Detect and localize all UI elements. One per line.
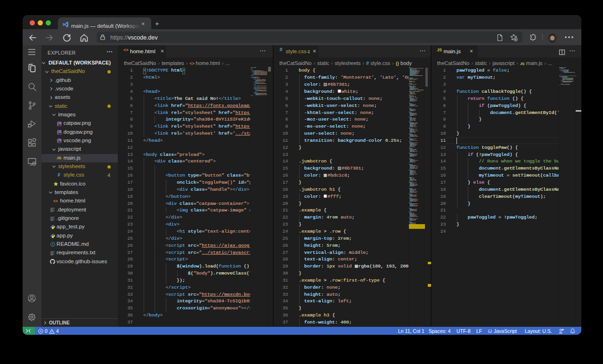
svg-text:{: { [488, 329, 490, 333]
